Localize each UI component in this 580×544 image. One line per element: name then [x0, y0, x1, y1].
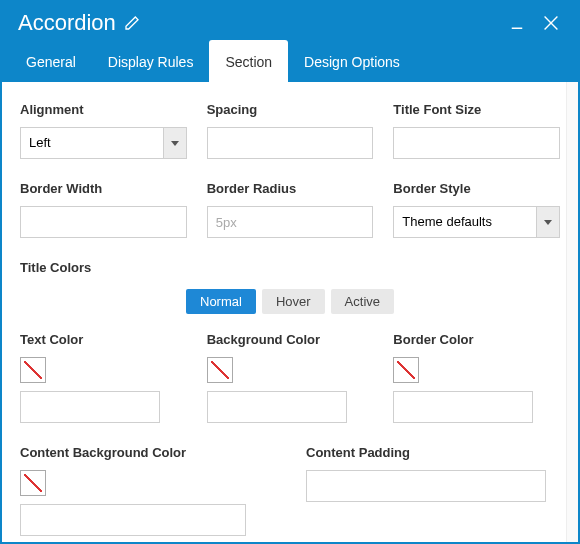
state-tab-active[interactable]: Active — [331, 289, 394, 314]
main-tabs: General Display Rules Section Design Opt… — [2, 40, 578, 82]
state-tab-normal[interactable]: Normal — [186, 289, 256, 314]
close-button[interactable] — [540, 12, 562, 34]
title-row: Accordion — [2, 2, 578, 40]
dialog-title: Accordion — [18, 10, 116, 36]
border-width-input[interactable] — [20, 206, 187, 238]
title-font-size-input[interactable] — [393, 127, 560, 159]
border-color-input[interactable] — [393, 391, 533, 423]
title-colors-heading: Title Colors — [20, 260, 560, 275]
field-border-color: Border Color — [393, 332, 560, 423]
field-border-style: Border Style Theme defaults — [393, 181, 560, 238]
text-color-input[interactable] — [20, 391, 160, 423]
background-color-swatch[interactable] — [207, 357, 233, 383]
alignment-label: Alignment — [20, 102, 187, 117]
field-background-color: Background Color — [207, 332, 374, 423]
field-title-font-size: Title Font Size — [393, 102, 560, 159]
edit-title-icon[interactable] — [124, 15, 140, 31]
border-style-dropdown-button[interactable] — [536, 206, 560, 238]
alignment-select[interactable]: Left — [20, 127, 187, 159]
chevron-down-icon — [544, 220, 552, 225]
spacing-label: Spacing — [207, 102, 374, 117]
window-controls — [508, 12, 562, 34]
border-color-swatch[interactable] — [393, 357, 419, 383]
background-color-label: Background Color — [207, 332, 374, 347]
text-color-swatch[interactable] — [20, 357, 46, 383]
minimize-button[interactable] — [508, 14, 526, 32]
border-style-value: Theme defaults — [393, 206, 560, 238]
row-1: Alignment Left Spacing Title Font Size — [20, 102, 560, 159]
content-bg-label: Content Background Color — [20, 445, 246, 460]
row-2: Border Width Border Radius Border Style … — [20, 181, 560, 238]
content-bg-input[interactable] — [20, 504, 246, 536]
text-color-label: Text Color — [20, 332, 187, 347]
field-border-width: Border Width — [20, 181, 187, 238]
border-color-label: Border Color — [393, 332, 560, 347]
field-content-padding: Content Padding — [306, 445, 546, 536]
scrollbar-track[interactable] — [566, 82, 578, 542]
field-border-radius: Border Radius — [207, 181, 374, 238]
tab-general[interactable]: General — [10, 40, 92, 82]
border-radius-input[interactable] — [207, 206, 374, 238]
dialog-header: Accordion General Display Rules Section … — [2, 2, 578, 82]
title-font-size-label: Title Font Size — [393, 102, 560, 117]
field-alignment: Alignment Left — [20, 102, 187, 159]
state-tab-hover[interactable]: Hover — [262, 289, 325, 314]
border-style-select[interactable]: Theme defaults — [393, 206, 560, 238]
chevron-down-icon — [171, 141, 179, 146]
row-colors: Text Color Background Color Border Color — [20, 332, 560, 423]
alignment-value: Left — [20, 127, 187, 159]
field-spacing: Spacing — [207, 102, 374, 159]
alignment-dropdown-button[interactable] — [163, 127, 187, 159]
tab-design-options[interactable]: Design Options — [288, 40, 416, 82]
border-width-label: Border Width — [20, 181, 187, 196]
state-tabs: Normal Hover Active — [20, 289, 560, 314]
dialog-body: Alignment Left Spacing Title Font Size B… — [2, 82, 578, 542]
background-color-input[interactable] — [207, 391, 347, 423]
field-text-color: Text Color — [20, 332, 187, 423]
row-content: Content Background Color Content Padding — [20, 445, 560, 536]
tab-display-rules[interactable]: Display Rules — [92, 40, 210, 82]
border-radius-label: Border Radius — [207, 181, 374, 196]
border-style-label: Border Style — [393, 181, 560, 196]
tab-section[interactable]: Section — [209, 40, 288, 82]
content-padding-input[interactable] — [306, 470, 546, 502]
content-padding-label: Content Padding — [306, 445, 546, 460]
spacing-input[interactable] — [207, 127, 374, 159]
content-bg-swatch[interactable] — [20, 470, 46, 496]
field-content-bg: Content Background Color — [20, 445, 246, 536]
accordion-settings-dialog: Accordion General Display Rules Section … — [0, 0, 580, 544]
